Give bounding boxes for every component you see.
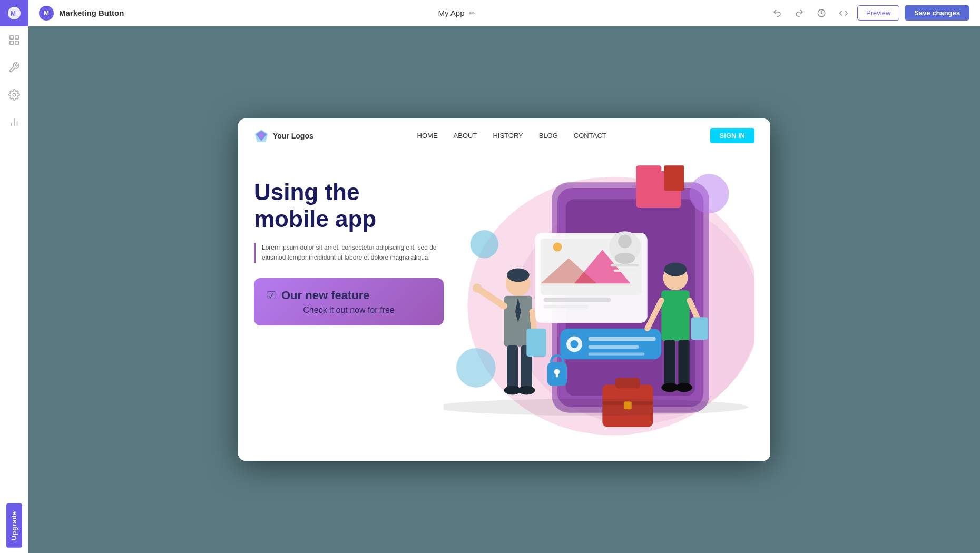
site-logo: Your Logos (254, 129, 313, 143)
cta-icon: ☑ (267, 289, 276, 302)
site-nav-links: HOME ABOUT HISTORY BLOG CONTACT (313, 132, 710, 140)
svg-text:M: M (11, 10, 16, 17)
svg-point-73 (444, 399, 749, 416)
svg-rect-33 (614, 270, 636, 272)
svg-rect-43 (556, 372, 558, 378)
site-logo-icon (254, 129, 269, 143)
sidebar-item-tools[interactable] (0, 54, 28, 81)
hero-right (444, 158, 754, 458)
cta-title-row: ☑ Our new feature (267, 289, 431, 302)
code-icon (839, 8, 848, 18)
sidebar: M Upgrade (0, 0, 28, 553)
history-button[interactable] (813, 5, 830, 22)
history-icon (817, 8, 826, 18)
svg-rect-37 (589, 337, 656, 341)
svg-rect-45 (615, 378, 640, 388)
svg-rect-65 (661, 290, 689, 341)
cta-title: Our new feature (281, 289, 369, 302)
layout-icon (8, 34, 20, 46)
topbar-right: Preview Save changes (769, 5, 969, 22)
cta-box[interactable]: ☑ Our new feature Check it out now for f… (254, 278, 444, 325)
hero-desc-block: Lorem ipsum dolor sit amet, consectetur … (254, 243, 444, 263)
topbar-logo-icon: M (39, 6, 54, 21)
svg-rect-62 (526, 329, 546, 357)
hero-section: Using the mobile app Lorem ipsum dolor s… (238, 153, 770, 458)
sidebar-item-layout[interactable] (0, 26, 28, 54)
svg-point-52 (507, 269, 530, 282)
svg-point-72 (675, 383, 692, 392)
svg-point-26 (553, 242, 562, 251)
redo-button[interactable] (791, 5, 808, 22)
svg-rect-68 (691, 317, 708, 340)
save-button[interactable]: Save changes (905, 5, 969, 21)
upgrade-button[interactable]: Upgrade (6, 503, 22, 548)
svg-rect-69 (664, 340, 675, 388)
svg-rect-32 (611, 264, 639, 266)
canvas-area: Your Logos HOME ABOUT HISTORY BLOG CONTA… (28, 26, 980, 553)
site-logo-text: Your Logos (273, 132, 313, 140)
hero-title-line2: mobile app (254, 206, 376, 232)
sidebar-logo[interactable]: M (0, 0, 28, 26)
svg-point-48 (471, 230, 498, 258)
svg-rect-58 (507, 345, 518, 390)
nav-home[interactable]: HOME (417, 132, 438, 140)
cta-subtitle: Check it out now for free (267, 305, 431, 315)
hero-title: Using the mobile app (254, 179, 444, 232)
topbar-center: My App ✏ (144, 8, 769, 17)
logo-icon: M (7, 6, 22, 21)
svg-rect-27 (543, 298, 611, 302)
topbar: M Marketing Button My App ✏ (28, 0, 980, 26)
sidebar-item-settings[interactable] (0, 81, 28, 108)
svg-point-50 (690, 174, 729, 213)
site-nav: Your Logos HOME ABOUT HISTORY BLOG CONTA… (238, 118, 770, 153)
svg-point-49 (456, 348, 496, 388)
main-area: M Marketing Button My App ✏ (28, 0, 980, 553)
topbar-left: M Marketing Button (39, 6, 144, 21)
svg-rect-4 (9, 41, 13, 44)
undo-button[interactable] (769, 5, 786, 22)
svg-rect-39 (589, 353, 645, 355)
sidebar-item-analytics[interactable] (0, 108, 28, 136)
redo-icon (795, 8, 804, 18)
hero-description: Lorem ipsum dolor sit amet, consectetur … (262, 243, 444, 263)
svg-point-31 (615, 253, 635, 264)
preview-button[interactable]: Preview (857, 5, 899, 21)
code-button[interactable] (835, 5, 852, 22)
hero-title-line1: Using the (254, 179, 359, 205)
svg-point-56 (473, 283, 482, 292)
app-name-label: My App (438, 8, 465, 17)
svg-rect-28 (543, 305, 588, 308)
svg-rect-5 (15, 41, 18, 44)
svg-point-6 (13, 93, 16, 96)
svg-rect-21 (664, 165, 684, 191)
tools-icon (8, 62, 20, 73)
website-preview: Your Logos HOME ABOUT HISTORY BLOG CONTA… (238, 118, 770, 461)
browser-window: Your Logos HOME ABOUT HISTORY BLOG CONTA… (238, 118, 770, 461)
nav-contact[interactable]: CONTACT (574, 132, 606, 140)
topbar-title: Marketing Button (59, 8, 124, 17)
analytics-icon (8, 116, 20, 128)
nav-blog[interactable]: BLOG (539, 132, 558, 140)
hero-illustration (444, 158, 754, 448)
signin-button[interactable]: SIGN IN (710, 128, 754, 143)
svg-rect-2 (9, 36, 13, 39)
settings-icon (8, 89, 20, 101)
edit-icon[interactable]: ✏ (469, 9, 475, 17)
nav-about[interactable]: ABOUT (454, 132, 477, 140)
nav-history[interactable]: HISTORY (493, 132, 523, 140)
svg-rect-3 (15, 36, 18, 39)
sidebar-bottom: Upgrade (6, 503, 22, 548)
svg-point-36 (571, 340, 579, 348)
svg-point-30 (618, 235, 632, 249)
undo-icon (772, 8, 782, 18)
svg-rect-38 (589, 345, 639, 349)
svg-rect-20 (636, 165, 661, 174)
svg-point-61 (518, 386, 535, 394)
svg-point-64 (664, 263, 687, 276)
hero-left: Using the mobile app Lorem ipsum dolor s… (254, 158, 444, 325)
svg-rect-70 (678, 340, 689, 388)
